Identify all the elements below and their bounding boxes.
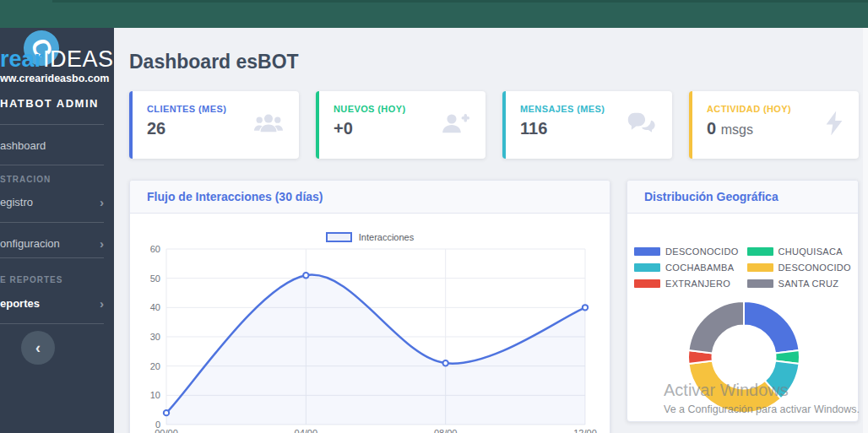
divider [0, 222, 104, 223]
sidebar-item-dashboard[interactable]: ashboard [0, 135, 114, 157]
sidebar-item-reportes[interactable]: eportes › [0, 293, 114, 315]
chevron-right-icon: › [100, 293, 104, 315]
geography-legend: DESCONOCIDOCHUQUISACACOCHABAMBADESCONOCI… [627, 246, 858, 289]
legend-label: COCHABAMBA [665, 263, 734, 273]
sidebar-section-reportes: E REPORTES [0, 275, 62, 284]
interactions-line-chart: 010203040506000/0004/0008/0012/00 [130, 244, 610, 433]
interactions-chart-title: Flujo de Interacciones (30 días) [130, 181, 610, 214]
divider [0, 165, 104, 165]
legend-swatch [634, 263, 660, 272]
svg-text:00/00: 00/00 [155, 428, 178, 433]
divider [0, 124, 104, 125]
sidebar: C rearIDEAS ww.crearideasbo.com HATBOT A… [0, 28, 114, 433]
svg-text:60: 60 [150, 244, 160, 254]
legend-label: EXTRANJERO [665, 279, 730, 289]
stat-cards-row: CLIENTES (MES) 26 NUEVOS (HOY) +0 MENSAJ… [129, 91, 859, 159]
sidebar-item-label: egistro [0, 196, 33, 208]
geography-legend-item[interactable]: SANTA CRUZ [747, 279, 851, 289]
sidebar-title: HATBOT ADMIN [0, 97, 99, 110]
brand-url: ww.crearideasbo.com [0, 73, 109, 84]
users-icon [253, 112, 284, 138]
svg-text:12/00: 12/00 [573, 428, 597, 433]
geography-legend-item[interactable]: EXTRANJERO [634, 279, 738, 289]
legend-label: SANTA CRUZ [778, 279, 839, 289]
svg-text:08/00: 08/00 [434, 428, 458, 433]
geography-legend-item[interactable]: COCHABAMBA [634, 263, 738, 273]
sidebar-item-configuracion[interactable]: onfiguracion › [0, 233, 114, 255]
geography-chart-title: Distribución Geográfica [627, 181, 858, 214]
sidebar-item-label: eportes [0, 297, 40, 310]
scrollbar[interactable] [863, 28, 868, 433]
svg-text:04/00: 04/00 [295, 428, 318, 433]
chevron-left-icon: ‹ [35, 339, 41, 357]
sidebar-item-registro[interactable]: egistro › [0, 192, 114, 214]
sidebar-item-label: ashboard [0, 139, 46, 152]
stat-value: 0 msgs [707, 119, 844, 138]
legend-swatch [747, 247, 773, 256]
brand-name[interactable]: rearIDEAS [0, 46, 114, 73]
chevron-right-icon: › [100, 233, 104, 255]
legend-swatch [634, 279, 660, 288]
legend-label: DESCONOCIDO [778, 263, 851, 273]
sidebar-section-administracion: STRACION [0, 175, 51, 184]
stat-label: ACTIVIDAD (HOY) [707, 104, 844, 114]
stat-card-mensajes: MENSAJES (MES) 116 [502, 91, 672, 159]
geography-chart-panel: Distribución Geográfica DESCONOCIDOCHUQU… [627, 180, 859, 422]
svg-text:40: 40 [150, 302, 160, 312]
geography-donut-chart [685, 298, 803, 416]
legend-swatch [326, 232, 352, 242]
svg-text:20: 20 [150, 361, 160, 371]
top-bar [0, 0, 868, 28]
user-plus-icon [440, 112, 470, 138]
stat-card-nuevos: NUEVOS (HOY) +0 [316, 91, 486, 159]
charts-row: Flujo de Interacciones (30 días) Interac… [129, 180, 859, 433]
stat-value-number: 0 [707, 119, 716, 138]
brand-rest: IDEAS [43, 46, 114, 72]
legend-swatch [747, 263, 773, 272]
divider [0, 257, 104, 258]
brand-highlight: rear [0, 46, 43, 72]
geography-legend-item[interactable]: DESCONOCIDO [634, 246, 738, 257]
svg-text:30: 30 [150, 332, 160, 342]
sidebar-item-label: onfiguracion [0, 237, 60, 250]
comments-icon [627, 112, 657, 138]
interactions-legend[interactable]: Interacciones [130, 232, 610, 242]
stat-value-suffix: msgs [721, 122, 753, 137]
interactions-chart-panel: Flujo de Interacciones (30 días) Interac… [129, 180, 610, 433]
svg-text:10: 10 [150, 390, 160, 400]
top-bar-strip [52, 0, 868, 3]
legend-label: Interacciones [359, 232, 414, 242]
legend-label: DESCONOCIDO [665, 246, 738, 257]
page-title: Dashboard esBOT [129, 51, 299, 73]
divider [0, 323, 104, 324]
stat-card-actividad: ACTIVIDAD (HOY) 0 msgs [689, 91, 859, 159]
stat-card-clientes: CLIENTES (MES) 26 [129, 91, 299, 159]
chevron-right-icon: › [100, 192, 104, 214]
geography-legend-item[interactable]: DESCONOCIDO [747, 263, 851, 273]
svg-text:50: 50 [150, 273, 160, 284]
geography-legend-item[interactable]: CHUQUISACA [747, 246, 851, 257]
legend-label: CHUQUISACA [778, 246, 843, 257]
legend-swatch [634, 247, 660, 256]
sidebar-collapse-button[interactable]: ‹ [21, 331, 55, 365]
legend-swatch [747, 279, 773, 288]
bolt-icon [825, 111, 844, 139]
